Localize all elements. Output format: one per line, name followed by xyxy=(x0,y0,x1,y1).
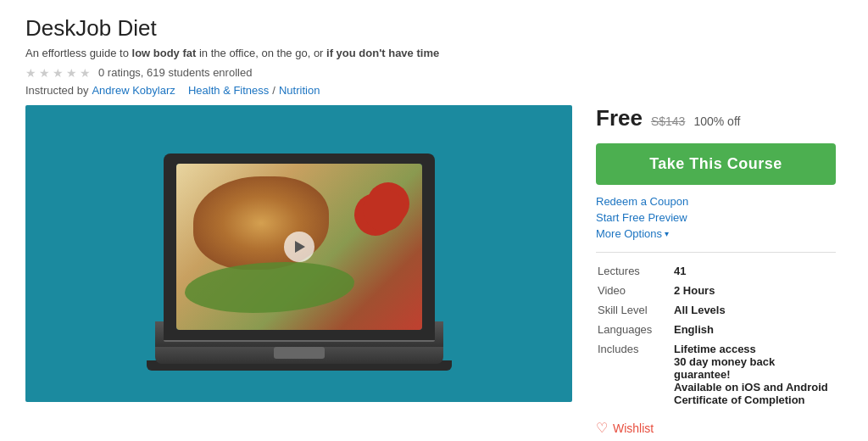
divider xyxy=(596,252,836,253)
take-course-button[interactable]: Take This Course xyxy=(596,143,836,185)
includes-item-2: Available on iOS and Android xyxy=(674,381,834,394)
laptop-touchpad xyxy=(274,347,325,359)
start-free-preview-link[interactable]: Start Free Preview xyxy=(596,211,836,224)
laptop-screen-inner xyxy=(176,164,422,330)
wishlist-label: Wishlist xyxy=(613,421,654,435)
laptop-screen-outer xyxy=(164,154,435,340)
price-free: Free xyxy=(596,105,643,131)
star-5: ★ xyxy=(80,67,92,79)
laptop-illustration xyxy=(121,118,477,389)
table-row-skill: Skill Level All Levels xyxy=(596,300,836,320)
more-options-link[interactable]: More Options ▾ xyxy=(596,227,836,240)
course-title: DeskJob Diet xyxy=(25,15,843,42)
video-label: Video xyxy=(596,281,672,300)
category-link[interactable]: Health & Fitness xyxy=(188,84,269,97)
wishlist-row[interactable]: ♡ Wishlist xyxy=(596,420,836,436)
instructor-link[interactable]: Andrew Kobylarz xyxy=(92,84,175,97)
lectures-label: Lectures xyxy=(596,261,672,281)
table-row-languages: Languages English xyxy=(596,320,836,339)
star-2: ★ xyxy=(39,67,51,79)
price-row: Free S$143 100% off xyxy=(596,105,836,131)
includes-values: Lifetime access 30 day money back guaran… xyxy=(672,339,836,410)
stars: ★ ★ ★ ★ ★ xyxy=(25,67,92,79)
star-3: ★ xyxy=(53,67,64,79)
instructor-row: Instructed by Andrew Kobylarz Health & F… xyxy=(25,84,843,97)
table-row-lectures: Lectures 41 xyxy=(596,261,836,281)
video-value: 2 Hours xyxy=(672,281,836,300)
header-section: DeskJob Diet An effortless guide to low … xyxy=(25,15,843,97)
instructor-label: Instructed by xyxy=(25,84,88,97)
sidebar: Free S$143 100% off Take This Course Red… xyxy=(589,105,843,436)
includes-item-0: Lifetime access xyxy=(674,343,834,355)
skill-value: All Levels xyxy=(672,300,836,320)
info-table: Lectures 41 Video 2 Hours Skill Level Al… xyxy=(596,261,836,410)
star-1: ★ xyxy=(25,67,37,79)
ratings-text: 0 ratings, 619 students enrolled xyxy=(98,66,252,79)
more-options-label: More Options xyxy=(596,227,662,240)
subcategory-link[interactable]: Nutrition xyxy=(279,84,320,97)
lectures-value: 41 xyxy=(672,261,836,281)
star-4: ★ xyxy=(66,67,78,79)
table-row-video: Video 2 Hours xyxy=(596,281,836,300)
page-container: DeskJob Diet An effortless guide to low … xyxy=(0,0,868,441)
table-row-includes: Includes Lifetime access 30 day money ba… xyxy=(596,339,836,410)
includes-label: Includes xyxy=(596,339,672,410)
redeem-coupon-link[interactable]: Redeem a Coupon xyxy=(596,195,836,208)
languages-value: English xyxy=(672,320,836,339)
price-discount: 100% off xyxy=(693,114,740,128)
chevron-down-icon: ▾ xyxy=(665,229,669,238)
heart-icon: ♡ xyxy=(596,420,608,436)
sidebar-links: Redeem a Coupon Start Free Preview More … xyxy=(596,195,836,240)
category-separator: / xyxy=(272,84,275,97)
rating-row: ★ ★ ★ ★ ★ 0 ratings, 619 students enroll… xyxy=(25,66,843,79)
languages-label: Languages xyxy=(596,320,672,339)
food-green-element xyxy=(185,262,354,313)
skill-label: Skill Level xyxy=(596,300,672,320)
course-subtitle: An effortless guide to low body fat in t… xyxy=(25,47,843,59)
course-image-container xyxy=(25,105,572,402)
price-original: S$143 xyxy=(651,114,685,128)
includes-item-3: Certificate of Completion xyxy=(674,394,834,406)
includes-item-1: 30 day money back guarantee! xyxy=(674,355,834,381)
main-content: Free S$143 100% off Take This Course Red… xyxy=(25,105,843,436)
play-button[interactable] xyxy=(284,232,314,262)
